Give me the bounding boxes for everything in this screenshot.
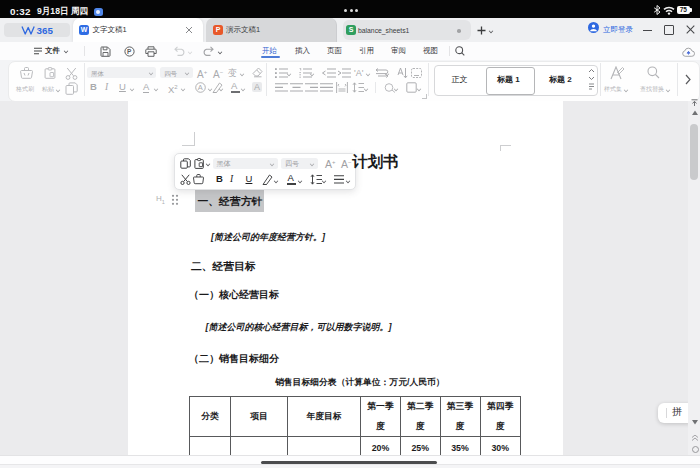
- svg-text:P: P: [127, 48, 132, 55]
- svg-text:A: A: [198, 83, 203, 92]
- svg-text:365: 365: [37, 25, 54, 36]
